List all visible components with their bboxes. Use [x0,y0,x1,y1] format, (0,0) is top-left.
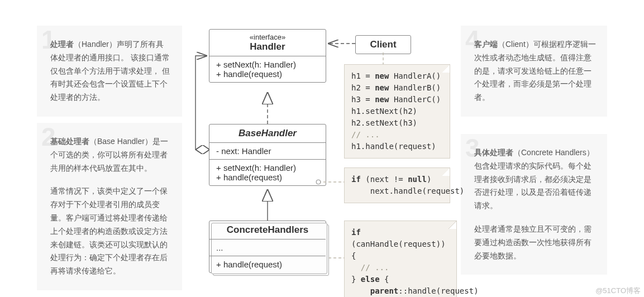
note-client: 4 客户端（Client）可根据程序逻辑一次性或者动态地生成链。值得注意的是，请… [461,26,607,117]
note-concrete-handlers: 3 具体处理者（Concrete Handlers）包含处理请求的实际代码。每个… [461,134,607,275]
uml-method: + setNext(h: Handler) [216,163,319,173]
uml-attribute: ... [216,243,319,252]
uml-concrete-handlers: ConcreteHandlers ... + handle(request) [209,221,326,273]
note-text: 可根据程序逻辑一次性或者动态地生成链。值得注意的是，请求可发送给链上的任意一个处… [474,40,596,102]
note-paren: （Handler） [74,40,117,49]
uml-method: + setNext(h: Handler) [216,60,319,69]
uml-handler-interface: «interface» Handler + setNext(h: Handler… [209,29,326,83]
uml-method: + handle(request) [216,260,319,269]
note-paren: （Base Handler） [89,137,152,146]
uml-class-name: BaseHandler [216,128,319,139]
note-text-2: 通常情况下，该类中定义了一个保存对于下个处理者引用的成员变量。客户端可通过将处理… [50,185,171,278]
note-fold-icon [442,168,450,176]
uml-method: + handle(request) [216,173,319,182]
note-fold-icon [442,65,450,73]
note-text-2: 处理者通常是独立且不可变的，需要通过构造函数一次性地获得所有必要地数据。 [474,223,596,262]
note-title: 具体处理者 [474,148,513,157]
watermark-text: @51CTO博客 [595,286,641,296]
code-note-base: if (next != null) next.handle(request) [344,167,450,203]
code-note-concrete: if (canHandle(request)) { // ... } else … [344,221,457,297]
note-paren: （Client） [498,40,533,49]
note-title: 处理者 [50,40,74,49]
note-fold-icon [449,221,456,229]
note-paren: （Concrete Handlers） [513,148,594,157]
uml-stereotype: «interface» [216,33,319,41]
note-title: 客户端 [474,40,498,49]
uml-method: + handle(request) [216,69,319,79]
note-base-handler: 2 基础处理者（Base Handler）是一个可选的类，你可以将所有处理者共用… [37,123,182,290]
note-title: 基础处理者 [50,137,89,146]
uml-client: Client [355,35,411,54]
uml-class-name: Client [362,39,404,50]
uml-attribute: - next: Handler [216,146,319,156]
uml-base-handler: BaseHandler - next: Handler + setNext(h:… [209,124,326,186]
note-handler: 1 处理者（Handler）声明了所有具体处理者的通用接口。 该接口通常仅包含单… [37,26,182,117]
uml-class-name: ConcreteHandlers [216,224,319,236]
code-note-client: h1 = new HandlerA() h2 = new HandlerB() … [344,64,450,159]
uml-class-name: Handler [216,41,319,52]
note-text: 包含处理请求的实际代码。每个处理者接收到请求后，都必须决定是否进行处理，以及是否… [474,161,591,210]
note-text: 声明了所有具体处理者的通用接口。 该接口通常仅包含单个方法用于请求处理， 但有时… [50,40,170,102]
